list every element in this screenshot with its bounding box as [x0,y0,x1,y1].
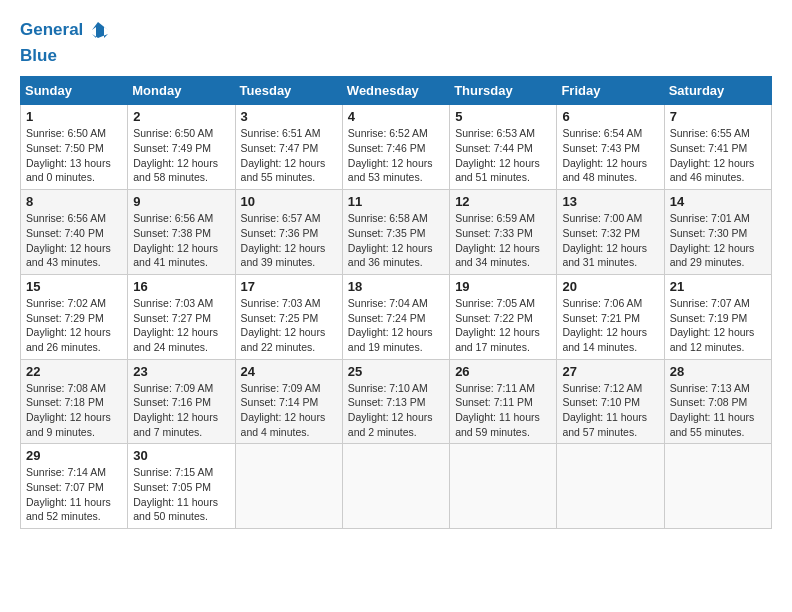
day-number: 3 [241,109,337,124]
col-header-thursday: Thursday [450,77,557,105]
calendar-cell: 23Sunrise: 7:09 AMSunset: 7:16 PMDayligh… [128,359,235,444]
header-row: SundayMondayTuesdayWednesdayThursdayFrid… [21,77,772,105]
calendar-cell: 13Sunrise: 7:00 AMSunset: 7:32 PMDayligh… [557,190,664,275]
day-detail: Sunrise: 7:09 AMSunset: 7:16 PMDaylight:… [133,381,229,440]
calendar-cell: 10Sunrise: 6:57 AMSunset: 7:36 PMDayligh… [235,190,342,275]
day-detail: Sunrise: 6:52 AMSunset: 7:46 PMDaylight:… [348,126,444,185]
day-number: 25 [348,364,444,379]
day-number: 11 [348,194,444,209]
calendar-cell [557,444,664,529]
calendar-cell [450,444,557,529]
calendar-cell: 20Sunrise: 7:06 AMSunset: 7:21 PMDayligh… [557,274,664,359]
day-number: 20 [562,279,658,294]
day-detail: Sunrise: 6:54 AMSunset: 7:43 PMDaylight:… [562,126,658,185]
day-number: 22 [26,364,122,379]
day-number: 6 [562,109,658,124]
day-detail: Sunrise: 7:02 AMSunset: 7:29 PMDaylight:… [26,296,122,355]
day-number: 12 [455,194,551,209]
day-detail: Sunrise: 7:00 AMSunset: 7:32 PMDaylight:… [562,211,658,270]
day-detail: Sunrise: 7:12 AMSunset: 7:10 PMDaylight:… [562,381,658,440]
day-number: 29 [26,448,122,463]
day-number: 27 [562,364,658,379]
day-number: 18 [348,279,444,294]
calendar-cell: 28Sunrise: 7:13 AMSunset: 7:08 PMDayligh… [664,359,771,444]
calendar-cell: 24Sunrise: 7:09 AMSunset: 7:14 PMDayligh… [235,359,342,444]
page-header: General Blue [20,20,772,66]
day-detail: Sunrise: 6:50 AMSunset: 7:50 PMDaylight:… [26,126,122,185]
calendar-cell: 15Sunrise: 7:02 AMSunset: 7:29 PMDayligh… [21,274,128,359]
col-header-saturday: Saturday [664,77,771,105]
calendar-cell: 18Sunrise: 7:04 AMSunset: 7:24 PMDayligh… [342,274,449,359]
day-number: 24 [241,364,337,379]
calendar-week-1: 1Sunrise: 6:50 AMSunset: 7:50 PMDaylight… [21,105,772,190]
calendar-cell: 12Sunrise: 6:59 AMSunset: 7:33 PMDayligh… [450,190,557,275]
logo-general: General [20,20,83,40]
day-detail: Sunrise: 6:57 AMSunset: 7:36 PMDaylight:… [241,211,337,270]
calendar-cell: 14Sunrise: 7:01 AMSunset: 7:30 PMDayligh… [664,190,771,275]
day-detail: Sunrise: 7:04 AMSunset: 7:24 PMDaylight:… [348,296,444,355]
day-detail: Sunrise: 6:56 AMSunset: 7:40 PMDaylight:… [26,211,122,270]
col-header-friday: Friday [557,77,664,105]
day-detail: Sunrise: 7:09 AMSunset: 7:14 PMDaylight:… [241,381,337,440]
calendar-cell: 8Sunrise: 6:56 AMSunset: 7:40 PMDaylight… [21,190,128,275]
calendar-cell: 11Sunrise: 6:58 AMSunset: 7:35 PMDayligh… [342,190,449,275]
day-detail: Sunrise: 7:13 AMSunset: 7:08 PMDaylight:… [670,381,766,440]
logo-text: General [20,20,109,40]
day-number: 9 [133,194,229,209]
day-number: 28 [670,364,766,379]
day-detail: Sunrise: 7:03 AMSunset: 7:25 PMDaylight:… [241,296,337,355]
day-detail: Sunrise: 6:58 AMSunset: 7:35 PMDaylight:… [348,211,444,270]
day-detail: Sunrise: 6:59 AMSunset: 7:33 PMDaylight:… [455,211,551,270]
svg-marker-0 [92,22,108,38]
day-detail: Sunrise: 6:51 AMSunset: 7:47 PMDaylight:… [241,126,337,185]
day-number: 5 [455,109,551,124]
calendar-cell [664,444,771,529]
calendar-week-5: 29Sunrise: 7:14 AMSunset: 7:07 PMDayligh… [21,444,772,529]
day-number: 7 [670,109,766,124]
calendar-cell: 29Sunrise: 7:14 AMSunset: 7:07 PMDayligh… [21,444,128,529]
logo-bird-icon [87,21,109,39]
calendar-cell: 16Sunrise: 7:03 AMSunset: 7:27 PMDayligh… [128,274,235,359]
calendar-week-3: 15Sunrise: 7:02 AMSunset: 7:29 PMDayligh… [21,274,772,359]
calendar-cell: 22Sunrise: 7:08 AMSunset: 7:18 PMDayligh… [21,359,128,444]
day-detail: Sunrise: 6:50 AMSunset: 7:49 PMDaylight:… [133,126,229,185]
day-number: 15 [26,279,122,294]
calendar-cell: 4Sunrise: 6:52 AMSunset: 7:46 PMDaylight… [342,105,449,190]
day-number: 19 [455,279,551,294]
calendar-cell: 27Sunrise: 7:12 AMSunset: 7:10 PMDayligh… [557,359,664,444]
calendar-cell: 6Sunrise: 6:54 AMSunset: 7:43 PMDaylight… [557,105,664,190]
calendar-cell [342,444,449,529]
day-number: 10 [241,194,337,209]
day-number: 4 [348,109,444,124]
calendar-cell: 5Sunrise: 6:53 AMSunset: 7:44 PMDaylight… [450,105,557,190]
calendar-cell: 3Sunrise: 6:51 AMSunset: 7:47 PMDaylight… [235,105,342,190]
calendar-cell: 19Sunrise: 7:05 AMSunset: 7:22 PMDayligh… [450,274,557,359]
day-number: 1 [26,109,122,124]
day-detail: Sunrise: 7:08 AMSunset: 7:18 PMDaylight:… [26,381,122,440]
day-number: 8 [26,194,122,209]
calendar-cell: 26Sunrise: 7:11 AMSunset: 7:11 PMDayligh… [450,359,557,444]
day-number: 21 [670,279,766,294]
day-detail: Sunrise: 7:05 AMSunset: 7:22 PMDaylight:… [455,296,551,355]
day-detail: Sunrise: 7:06 AMSunset: 7:21 PMDaylight:… [562,296,658,355]
calendar-cell: 9Sunrise: 6:56 AMSunset: 7:38 PMDaylight… [128,190,235,275]
day-detail: Sunrise: 7:01 AMSunset: 7:30 PMDaylight:… [670,211,766,270]
col-header-wednesday: Wednesday [342,77,449,105]
calendar-cell: 1Sunrise: 6:50 AMSunset: 7:50 PMDaylight… [21,105,128,190]
day-detail: Sunrise: 6:53 AMSunset: 7:44 PMDaylight:… [455,126,551,185]
col-header-sunday: Sunday [21,77,128,105]
calendar-cell: 30Sunrise: 7:15 AMSunset: 7:05 PMDayligh… [128,444,235,529]
calendar-week-4: 22Sunrise: 7:08 AMSunset: 7:18 PMDayligh… [21,359,772,444]
col-header-tuesday: Tuesday [235,77,342,105]
calendar-cell: 7Sunrise: 6:55 AMSunset: 7:41 PMDaylight… [664,105,771,190]
col-header-monday: Monday [128,77,235,105]
day-number: 16 [133,279,229,294]
calendar-cell: 21Sunrise: 7:07 AMSunset: 7:19 PMDayligh… [664,274,771,359]
day-number: 14 [670,194,766,209]
day-detail: Sunrise: 7:03 AMSunset: 7:27 PMDaylight:… [133,296,229,355]
day-number: 13 [562,194,658,209]
day-detail: Sunrise: 6:56 AMSunset: 7:38 PMDaylight:… [133,211,229,270]
day-number: 26 [455,364,551,379]
logo-blue: Blue [20,46,57,66]
day-number: 17 [241,279,337,294]
